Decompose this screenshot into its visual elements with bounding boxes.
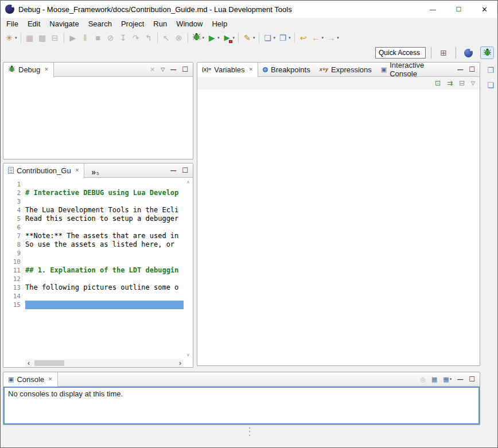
dropdown-arrow-icon[interactable]: ▾	[322, 36, 324, 40]
dropdown-arrow-icon[interactable]: ▾	[450, 377, 452, 381]
open-console-icon[interactable]: ▦▾	[443, 376, 452, 383]
tab-breakpoints[interactable]: Breakpoints	[258, 63, 315, 76]
collapse-all-icon[interactable]: ⊟	[459, 79, 465, 87]
show-type-names-icon[interactable]: ⊡	[435, 79, 441, 87]
close-icon[interactable]: ✕	[75, 167, 80, 173]
menu-search[interactable]: Search	[84, 18, 116, 29]
console-sash[interactable]	[3, 368, 480, 372]
menu-navigate[interactable]: Navigate	[45, 18, 83, 29]
external-tools-button[interactable]: ▶▾	[221, 32, 236, 44]
open-perspective-button[interactable]: ⊞	[437, 46, 450, 59]
minimized-view-2-button[interactable]: ❏	[485, 80, 496, 90]
dropdown-arrow-icon[interactable]: ▾	[15, 36, 17, 40]
code-line[interactable]	[25, 180, 184, 189]
minimize-icon[interactable]: —	[457, 376, 463, 383]
line-number-gutter[interactable]: 123456789101112131415	[3, 178, 25, 359]
dropdown-arrow-icon[interactable]: ▾	[203, 36, 205, 40]
minimize-icon[interactable]: —	[170, 67, 176, 73]
maximize-icon[interactable]: ☐	[469, 65, 475, 73]
code-line[interactable]	[25, 301, 184, 309]
code-line[interactable]: The following pictures outline some o	[25, 283, 184, 292]
interactive-console-icon: ▣	[381, 66, 387, 73]
debug-tabbar: Debug ✕ ✕▽—☐	[3, 63, 193, 77]
dropdown-arrow-icon[interactable]: ▾	[217, 36, 220, 40]
code-line[interactable]	[25, 275, 184, 283]
run-button[interactable]: ▶▾	[205, 32, 221, 44]
horizontal-scrollbar[interactable]: ‹ ›	[25, 359, 184, 367]
code-line[interactable]: # Interactive DEBUG using Lua Develop	[25, 189, 184, 197]
scroll-right-icon[interactable]: ›	[179, 360, 181, 367]
code-line[interactable]	[25, 249, 184, 258]
minimize-icon[interactable]: —	[457, 67, 463, 73]
vertical-scrollbar[interactable]: ∧ ∨	[184, 178, 193, 359]
new-lua-file-button[interactable]: ❏▾	[262, 32, 277, 44]
toolbar-separator	[64, 33, 64, 43]
code-line[interactable]	[25, 197, 184, 206]
back-button[interactable]: ←▾	[310, 32, 325, 44]
minimized-view-1-button[interactable]: ❐	[485, 65, 496, 75]
console-content[interactable]: No consoles to display at this time.	[3, 387, 480, 424]
vertical-sash[interactable]	[193, 62, 197, 366]
maximize-icon[interactable]: ☐	[182, 166, 188, 174]
debug-perspective-button[interactable]	[480, 46, 494, 59]
view-menu-icon[interactable]: ▽	[161, 67, 165, 72]
maximize-icon[interactable]: ☐	[469, 375, 475, 383]
scrollbar-thumb[interactable]	[34, 360, 64, 366]
scroll-up-icon[interactable]: ∧	[186, 180, 190, 185]
close-icon[interactable]: ✕	[48, 376, 53, 382]
code-line[interactable]: ## 1. Explanation of the LDT debuggin	[25, 266, 184, 275]
view-menu-icon[interactable]: ▽	[471, 80, 475, 86]
tab-overflow-chevron[interactable]: » 5	[84, 163, 106, 177]
maximize-icon[interactable]: ☐	[182, 65, 188, 73]
menu-window[interactable]: Window	[172, 18, 207, 29]
code-area[interactable]: # Interactive DEBUG using Lua Develop Th…	[25, 178, 184, 359]
quick-access-box[interactable]: Quick Access	[375, 47, 426, 59]
debug-editor-sash[interactable]	[3, 159, 193, 163]
lua-perspective-button[interactable]	[461, 46, 475, 59]
dropdown-arrow-icon[interactable]: ▾	[274, 36, 276, 40]
close-window-button[interactable]: ✕	[472, 1, 497, 18]
new-wizard-button[interactable]: ✳▾	[3, 32, 18, 44]
code-line[interactable]: **Note:** The assets that are used in	[25, 232, 184, 240]
code-line[interactable]: So use the assets as listed here, or	[25, 240, 184, 249]
menu-run[interactable]: Run	[149, 18, 172, 29]
debug-icon	[192, 32, 202, 43]
last-edit-location-button[interactable]: ↩	[297, 32, 310, 44]
code-line[interactable]	[25, 258, 184, 266]
menu-edit[interactable]: Edit	[23, 18, 45, 29]
show-logical-structure-icon[interactable]: ⇉	[447, 79, 453, 87]
menu-file[interactable]: File	[2, 18, 23, 29]
menu-project[interactable]: Project	[116, 18, 149, 29]
open-element-button[interactable]: ❐▾	[277, 32, 292, 44]
close-icon[interactable]: ✕	[249, 67, 254, 72]
tab-contribution-guide[interactable]: Contribution_Gu ✕	[3, 163, 84, 177]
menu-help[interactable]: Help	[207, 18, 232, 29]
tab-console[interactable]: ▣ Console ✕	[3, 372, 58, 386]
dropdown-arrow-icon[interactable]: ▾	[253, 36, 255, 40]
debug-content[interactable]	[3, 77, 193, 159]
tab-expressions[interactable]: x+y Expressions	[315, 63, 376, 76]
mark-occurrences-button[interactable]: ✎▾	[241, 32, 256, 44]
tab-interactive-console[interactable]: ▣ Interactive Console	[376, 63, 457, 76]
minimize-window-button[interactable]: —	[420, 1, 446, 18]
scroll-left-icon[interactable]: ‹	[28, 360, 30, 367]
code-line[interactable]: Read this section to setup a debugger	[25, 215, 184, 223]
code-line[interactable]: The Lua Development Tools in the Ecli	[25, 206, 184, 215]
dropdown-arrow-icon[interactable]: ▾	[337, 36, 339, 40]
code-line[interactable]	[25, 292, 184, 301]
tab-debug[interactable]: Debug ✕	[3, 63, 54, 76]
variables-content[interactable]	[197, 89, 480, 365]
tab-variables[interactable]: (x)= Variables ✕	[197, 63, 258, 76]
resume-button: ▶	[67, 32, 79, 44]
minimize-icon[interactable]: —	[170, 167, 176, 174]
toolbar-separator	[188, 33, 188, 43]
scroll-down-icon[interactable]: ∨	[186, 352, 190, 357]
display-selected-console-icon[interactable]: ▦	[431, 376, 437, 383]
maximize-window-button[interactable]: ☐	[446, 1, 472, 18]
dropdown-arrow-icon[interactable]: ▾	[289, 36, 291, 40]
dropdown-arrow-icon[interactable]: ▾	[233, 36, 235, 40]
code-line[interactable]	[25, 223, 184, 232]
debug-button[interactable]: ▾	[190, 32, 206, 44]
close-icon[interactable]: ✕	[44, 67, 49, 72]
sash-grip[interactable]: ⋮	[246, 426, 253, 438]
